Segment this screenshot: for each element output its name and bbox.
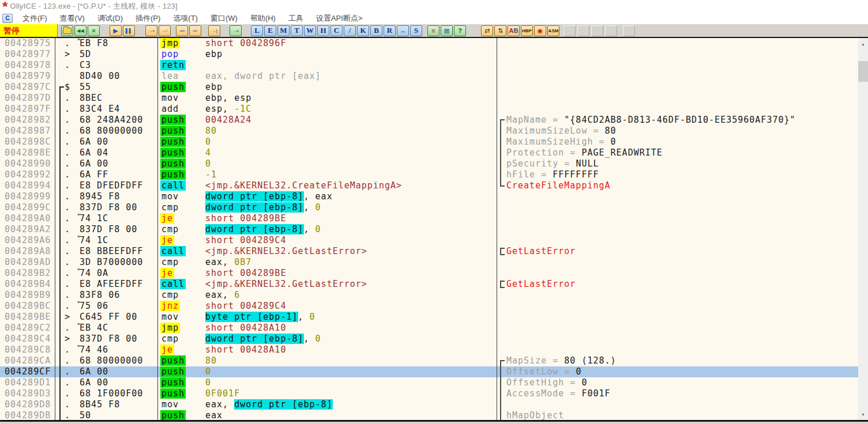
profiler-button[interactable]: ◉: [534, 25, 546, 36]
disasm-row[interactable]: 00428999.8945 F8movdword ptr [ebp-8], ea…: [0, 191, 858, 202]
disasm-row[interactable]: 004289BE>C645 FF 00movbyte ptr [ebp-1], …: [0, 312, 858, 323]
address-cell: 00428987: [0, 126, 55, 137]
step-over-button[interactable]: →▫: [159, 25, 171, 36]
menu-help[interactable]: 帮助(H): [244, 13, 282, 24]
menu-window[interactable]: 窗口(W): [204, 13, 244, 24]
open-file-button[interactable]: [61, 25, 73, 36]
window-bottom-strip: [0, 422, 868, 424]
disasm-row[interactable]: 004289BC. ˇ75 06jnzshort 004289C4: [0, 301, 858, 312]
hbp-button[interactable]: HBP: [521, 25, 533, 36]
hexdump-cell: .6A FF: [55, 169, 158, 180]
disasm-row[interactable]: 004289CA.68 80000000push80MapSize = 80 (…: [0, 355, 858, 366]
help-button[interactable]: ?: [454, 25, 466, 36]
disasm-row[interactable]: 00428975. ˆEB F8jmpshort 0042896F: [0, 38, 858, 49]
trace-back-button[interactable]: ⇄: [481, 25, 493, 36]
disasm-row[interactable]: 00428977>5Dpopebp: [0, 49, 858, 60]
patches-button[interactable]: /: [344, 25, 356, 36]
disasm-row[interactable]: 004289C2. ˇEB 4Cjmpshort 00428A10: [0, 323, 858, 334]
disasm-row[interactable]: 004289A6. ˇ74 1Cjeshort 004289C4: [0, 235, 858, 246]
menu-set-api-breakpoint[interactable]: 设置API断点>: [310, 13, 369, 24]
run-button[interactable]: ▶: [110, 25, 122, 36]
disasm-row[interactable]: 0042898C.6A 00push0MaximumSizeHigh = 0: [0, 137, 858, 147]
disassembly-pane[interactable]: 00428975. ˆEB F8jmpshort 0042896F0042897…: [0, 38, 858, 420]
disasm-row[interactable]: 004289AD.3D B7000000cmpeax, 0B7: [0, 257, 858, 268]
comment-cell: [497, 344, 858, 355]
disasm-row[interactable]: 004289A2.837D F8 00cmpdword ptr [ebp-8],…: [0, 224, 858, 235]
window-title: OllyICE - 123.exe - [*G.P.U* - 主线程, 模块 -…: [10, 1, 178, 12]
disasm-row[interactable]: 0042898E.6A 04push4Protection = PAGE_REA…: [0, 147, 858, 158]
comment-bracket: [500, 169, 505, 180]
windows-list-button[interactable]: ▦: [441, 25, 453, 36]
disasm-row[interactable]: 00428978.C3retn: [0, 60, 858, 71]
disasm-row[interactable]: 004289B9.83F8 06cmpeax, 6: [0, 290, 858, 301]
scroll-down-button[interactable]: ▼: [858, 410, 868, 419]
disasm-row[interactable]: 00428994.E8 DFEDFDFFcall<jmp.&KERNEL32.C…: [0, 180, 858, 191]
menu-options[interactable]: 选项(T): [167, 13, 204, 24]
disasm-row[interactable]: 0042897F.83C4 E4addesp, -1C: [0, 104, 858, 115]
disasm-row[interactable]: 004289A8.E8 BBEEFDFFcall<jmp.&KERNEL32.G…: [0, 246, 858, 257]
animate-into-button[interactable]: ⇒▪: [176, 25, 188, 36]
restart-button[interactable]: ◀◀: [74, 25, 87, 36]
disasm-row[interactable]: 0042897D.8BECmovebp, esp: [0, 93, 858, 104]
comment-cell: hMapObject: [497, 410, 858, 420]
execute-till-return-button[interactable]: →]: [208, 25, 220, 36]
asm-button[interactable]: ASM: [547, 25, 559, 36]
disasm-row[interactable]: 004289A0. ˇ74 1Cjeshort 004289BE: [0, 213, 858, 224]
disassembly-cell: cmpdword ptr [ebp-8], 0: [158, 334, 497, 344]
log-window-button[interactable]: L: [251, 25, 263, 36]
function-bracket: [59, 158, 64, 169]
disasm-row[interactable]: 00428982.68 248A4200push00428A24MapName …: [0, 115, 858, 126]
disasm-row[interactable]: 004289B4.E8 AFEEFDFFcall<jmp.&KERNEL32.G…: [0, 279, 858, 290]
disasm-row[interactable]: 004289B2. ˇ74 0Ajeshort 004289BE: [0, 268, 858, 279]
menu-plugins[interactable]: 插件(P): [129, 13, 167, 24]
pause-button[interactable]: ▌▌: [123, 25, 135, 36]
step-into-button[interactable]: →▪: [145, 25, 157, 36]
menu-view[interactable]: 查看(V): [54, 13, 91, 24]
disasm-row[interactable]: 004289DB.50pusheaxhMapObject: [0, 410, 858, 420]
disasm-row[interactable]: 004289D8.8B45 F8moveax, dword ptr [ebp-8…: [0, 399, 858, 410]
disasm-row[interactable]: 004289798D40 00leaeax, dword ptr [eax]: [0, 71, 858, 82]
menu-tools[interactable]: 工具: [282, 13, 310, 24]
disassembly-cell: push0: [158, 366, 497, 377]
scrollbar-thumb[interactable]: [858, 61, 868, 82]
disasm-row[interactable]: 00428990.6A 00push0pSecurity = NULL: [0, 158, 858, 169]
function-bracket: [59, 202, 64, 213]
ab-names-button[interactable]: AB: [508, 25, 520, 36]
comment-cell: [497, 49, 858, 60]
comment-cell: [497, 235, 858, 246]
disasm-row[interactable]: 004289C4>837D F8 00cmpdword ptr [ebp-8],…: [0, 334, 858, 344]
windows-button[interactable]: W: [304, 25, 316, 36]
run-trace-button[interactable]: ...: [397, 25, 409, 36]
empty-slot: [577, 25, 589, 36]
disassembly-cell: movbyte ptr [ebp-1], 0: [158, 312, 497, 323]
source-button[interactable]: S: [410, 25, 422, 36]
menu-file[interactable]: 文件(F): [16, 13, 54, 24]
disassembly-cell: push0: [158, 158, 497, 169]
references-button[interactable]: R: [384, 25, 396, 36]
memory-map-button[interactable]: M: [277, 25, 290, 36]
disasm-row[interactable]: 004289CF.6A 00push0OffsetLow = 0: [0, 366, 858, 377]
close-program-button[interactable]: ×: [88, 25, 100, 36]
disasm-row[interactable]: 0042899C.837D F8 00cmpdword ptr [ebp-8],…: [0, 202, 858, 213]
breakpoints-button[interactable]: B: [370, 25, 382, 36]
call-stack-button[interactable]: K: [357, 25, 369, 36]
vertical-scrollbar[interactable]: ▲ ▼: [858, 38, 868, 420]
trace-updown-button[interactable]: ⇅: [494, 25, 506, 36]
scroll-up-button[interactable]: ▲: [858, 39, 868, 48]
handles-button[interactable]: H: [317, 25, 329, 36]
disasm-row[interactable]: 004289C8. ˇ74 46jeshort 00428A10: [0, 344, 858, 355]
disasm-row[interactable]: 0042897C$55pushebp: [0, 82, 858, 93]
menu-debug[interactable]: 调试(D): [91, 13, 129, 24]
child-window-icon[interactable]: C: [2, 14, 13, 23]
cpu-window-button[interactable]: C: [330, 25, 343, 36]
breakpoint-list-button[interactable]: ≡: [427, 25, 439, 36]
disasm-row[interactable]: 00428992.6A FFpush-1hFile = FFFFFFFF: [0, 169, 858, 180]
disasm-row[interactable]: 004289D3.68 1F000F00push0F001FAccessMode…: [0, 388, 858, 399]
disasm-row[interactable]: 00428987.68 80000000push80MaximumSizeLow…: [0, 126, 858, 137]
comment-cell: [497, 312, 858, 323]
disasm-row[interactable]: 004289D1.6A 00push0OffsetHigh = 0: [0, 377, 858, 388]
animate-over-button[interactable]: ⇒▫: [189, 25, 201, 36]
executable-modules-button[interactable]: E: [264, 25, 276, 36]
run-to-user-code-button[interactable]: →▪: [230, 25, 242, 36]
threads-button[interactable]: T: [291, 25, 303, 36]
